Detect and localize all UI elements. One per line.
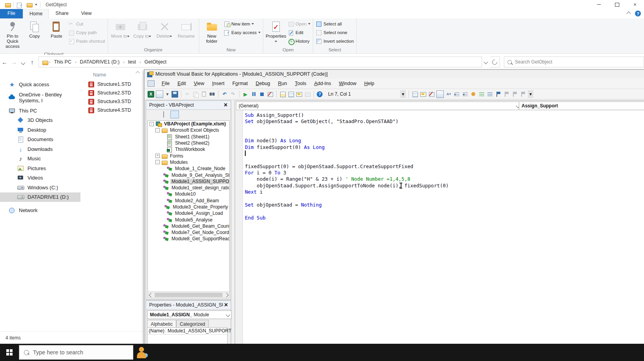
- tree-item-module2-add-beam[interactable]: Module2_Add_Beam: [148, 198, 229, 204]
- break-icon[interactable]: [250, 91, 257, 98]
- excel-icon[interactable]: X: [148, 91, 154, 98]
- tree-item-module8-get-supportreactio[interactable]: Module8_Get_SupportReactio: [148, 236, 229, 242]
- procedure-combo[interactable]: Assign_Support: [519, 102, 644, 110]
- collapse-icon[interactable]: -: [155, 128, 160, 132]
- code-line[interactable]: [245, 125, 449, 131]
- tree-item-forms[interactable]: +Forms: [148, 152, 229, 159]
- project-horizontal-scrollbar[interactable]: [148, 292, 230, 298]
- previous-bookmark-icon[interactable]: [511, 91, 518, 98]
- up-button[interactable]: ↑: [27, 59, 36, 65]
- project-panel-titlebar[interactable]: Project - VBAProject ×: [146, 101, 231, 110]
- code-line[interactable]: Set objOpenStaad = GetObject(, "StaadPro…: [245, 118, 449, 125]
- scrollbar-thumb[interactable]: [155, 293, 223, 297]
- select-none-button[interactable]: Select none: [316, 29, 354, 36]
- sidebar-item-windows-c[interactable]: Windows (C:): [0, 183, 80, 192]
- indent-icon[interactable]: [454, 91, 460, 98]
- breadcrumb-item-getobject[interactable]: GetObject: [142, 59, 169, 65]
- menu-view[interactable]: View: [190, 79, 208, 88]
- code-line[interactable]: For i = 0 To 3: [245, 170, 449, 176]
- select-all-button[interactable]: Select all: [316, 20, 354, 27]
- comment-block-icon[interactable]: [478, 91, 485, 98]
- cut-button[interactable]: Cut: [68, 20, 105, 27]
- edit-button[interactable]: Edit: [288, 29, 310, 36]
- help-icon[interactable]: ?: [317, 91, 323, 97]
- breadcrumb-item-datadrive1-d[interactable]: DATADRIVE1 (D:): [78, 59, 122, 65]
- minimize-ribbon-icon[interactable]: [626, 11, 631, 16]
- redo-icon[interactable]: ↷: [230, 91, 236, 98]
- qat-folder-icon[interactable]: [26, 2, 32, 7]
- toolbox-icon[interactable]: [304, 91, 311, 98]
- close-button[interactable]: ×: [626, 0, 644, 9]
- history-button[interactable]: History: [288, 38, 310, 45]
- code-line[interactable]: [245, 131, 449, 138]
- tree-item-module-9-get-analysis-stat[interactable]: Module_9_Get_Analysis_Stat: [148, 172, 229, 178]
- quick-info-icon[interactable]: [428, 91, 435, 98]
- taskbar-search[interactable]: Type here to search: [19, 345, 133, 360]
- open-button[interactable]: Open: [288, 20, 310, 27]
- recent-locations-chevron-icon[interactable]: [18, 59, 27, 65]
- tree-item-sheet2-sheet2[interactable]: Sheet2 (Sheet2): [148, 140, 229, 146]
- tree-item-thisworkbook[interactable]: ThisWorkbook: [148, 146, 229, 152]
- tree-item-modue-1-create-node[interactable]: Modue_1_Create_Node: [148, 165, 229, 172]
- code-text[interactable]: Sub Assign_Support()Set objOpenStaad = G…: [245, 112, 449, 221]
- tree-item-microsoft-excel-objects[interactable]: -Microsoft Excel Objects: [148, 127, 229, 133]
- menu-help[interactable]: Help: [360, 79, 378, 88]
- sidebar-item-quick-access[interactable]: ★Quick access: [0, 80, 80, 89]
- paste-shortcut-button[interactable]: Paste shortcut: [68, 38, 105, 45]
- code-line[interactable]: End Sub: [245, 215, 449, 221]
- code-line[interactable]: node(i) = Range("H" & 23 + i) ' Node Num…: [245, 176, 449, 182]
- scroll-left-icon[interactable]: [148, 292, 154, 298]
- cut-icon[interactable]: [184, 91, 191, 98]
- pin-to-quick-access-button[interactable]: Pin to Quick access: [2, 19, 24, 51]
- breadcrumb[interactable]: ›This PC›DATADRIVE1 (D:)›test›GetObject: [38, 56, 482, 67]
- new-folder-button[interactable]: New folder: [201, 19, 223, 45]
- sidebar-item-pictures[interactable]: Pictures: [0, 163, 80, 173]
- qat-customize-chevron-icon[interactable]: [35, 4, 37, 5]
- sidebar-item-desktop[interactable]: Desktop: [0, 125, 80, 135]
- code-line[interactable]: Set objOpenStaad = Nothing: [245, 202, 449, 208]
- copy-icon[interactable]: [192, 91, 199, 98]
- start-button[interactable]: [0, 344, 19, 361]
- code-line[interactable]: [245, 195, 449, 201]
- search-box[interactable]: Search GetObject: [504, 56, 644, 67]
- menu-window[interactable]: Window: [335, 79, 360, 88]
- invert-selection-button[interactable]: Invert selection: [316, 38, 354, 45]
- expand-icon[interactable]: +: [155, 154, 160, 158]
- toolbar-overflow-icon[interactable]: ▾: [528, 90, 533, 98]
- menu-format[interactable]: Format: [228, 79, 252, 88]
- breadcrumb-item-test[interactable]: test: [126, 59, 138, 65]
- property-row[interactable]: (Name)Module1_ASSIGN_SUPPORT: [148, 328, 227, 335]
- insert-object-icon[interactable]: [156, 91, 163, 98]
- cortana-person-icon[interactable]: [135, 345, 148, 360]
- tab-view[interactable]: View: [75, 9, 98, 18]
- reset-icon[interactable]: [259, 91, 265, 98]
- next-bookmark-icon[interactable]: [503, 91, 510, 98]
- refresh-button[interactable]: [490, 56, 500, 67]
- uncomment-block-icon[interactable]: [487, 91, 493, 98]
- close-icon[interactable]: ×: [222, 102, 229, 109]
- qat-properties-check-icon[interactable]: [16, 2, 22, 7]
- code-line[interactable]: Dim node(3) As Long: [245, 138, 449, 144]
- collapse-icon[interactable]: -: [150, 122, 154, 126]
- project-explorer-icon[interactable]: [279, 91, 286, 98]
- parameter-info-icon[interactable]: [436, 91, 444, 98]
- copy-to-button[interactable]: Copy to: [131, 19, 153, 40]
- tree-item-module1-assign-support[interactable]: Module1_ASSIGN_SUPPORT: [148, 178, 229, 185]
- code-line[interactable]: Sub Assign_Support(): [245, 112, 449, 118]
- tree-item-module3-create-property[interactable]: Module3_Create_Property: [148, 204, 229, 210]
- code-line[interactable]: Next i: [245, 189, 449, 195]
- tab-file[interactable]: File: [0, 9, 23, 18]
- easy-access-button[interactable]: Easy access: [224, 29, 261, 36]
- paste-button[interactable]: Paste: [46, 19, 68, 40]
- scroll-right-icon[interactable]: [223, 292, 229, 298]
- menu-tools[interactable]: Tools: [291, 79, 310, 88]
- sidebar-item-music[interactable]: ♪Music: [0, 154, 80, 164]
- forward-button[interactable]: →: [9, 59, 18, 65]
- collapse-icon[interactable]: -: [155, 160, 160, 164]
- properties-window-icon[interactable]: [288, 91, 294, 98]
- tree-item-module6-get-beam-count[interactable]: Module6_Get_Beam_Count: [148, 223, 229, 229]
- copy-button[interactable]: Copy: [24, 19, 46, 40]
- tree-item-sheet1-sheet1[interactable]: Sheet1 (Sheet1): [148, 134, 229, 140]
- code-line[interactable]: [245, 157, 449, 163]
- tab-share[interactable]: Share: [49, 9, 75, 18]
